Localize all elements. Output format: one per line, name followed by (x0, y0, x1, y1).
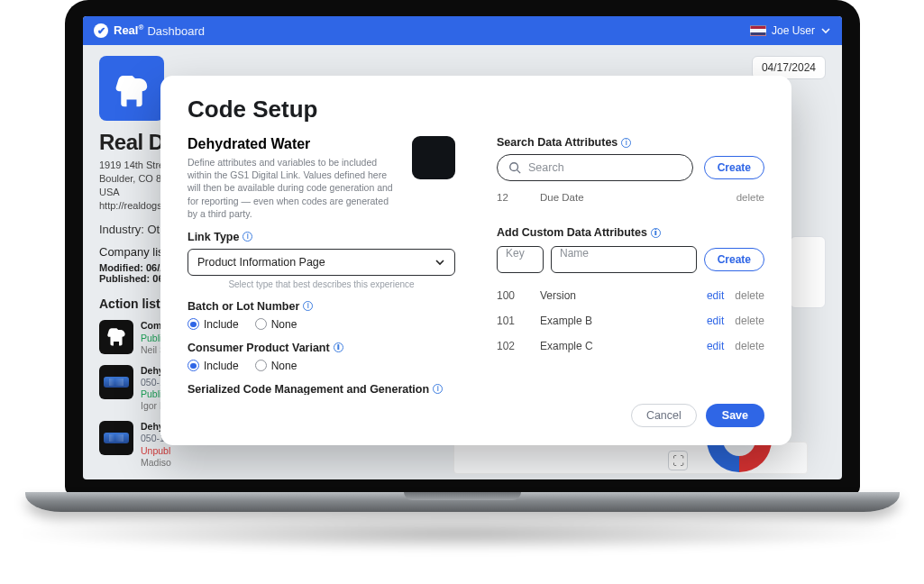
info-icon[interactable] (242, 232, 252, 242)
delete-link[interactable]: delete (736, 192, 764, 203)
product-desc: Define attributes and variables to be in… (188, 156, 399, 220)
custom-attr-label: Add Custom Data Attributes (497, 226, 764, 239)
search-create-button[interactable]: Create (704, 156, 764, 179)
custom-attr-row: 101Example Beditdelete (497, 307, 764, 333)
info-icon[interactable] (334, 342, 343, 352)
tube-thumb (99, 365, 133, 399)
info-icon[interactable] (651, 228, 661, 238)
search-input[interactable]: Search (497, 154, 693, 181)
dog-thumb (99, 320, 133, 354)
info-icon[interactable] (303, 301, 313, 311)
radio-icon (255, 318, 267, 330)
batch-radio-group: IncludeNone (188, 318, 455, 331)
map-fullscreen-icon[interactable]: ⛶ (668, 451, 688, 470)
edit-link[interactable]: edit (707, 289, 724, 302)
svg-point-0 (510, 163, 518, 171)
modal-title: Code Setup (188, 96, 764, 123)
radio-icon (188, 318, 199, 330)
dog-icon (109, 66, 154, 111)
product-thumb (412, 136, 455, 179)
search-attr-label: Search Data Attributes (497, 136, 764, 149)
batch-label: Batch or Lot Number (188, 300, 455, 313)
link-type-select[interactable]: Product Information Page (188, 249, 455, 276)
custom-key-input[interactable]: Key (497, 246, 544, 273)
radio-option[interactable]: Include (188, 318, 239, 331)
laptop-frame: ✔ Real® Dashboard Joe User Real Do (43, 0, 882, 505)
custom-create-button[interactable]: Create (704, 248, 764, 271)
modal-left-column: Dehydrated Water Define attributes and v… (188, 136, 455, 395)
modal-footer: Cancel Save (188, 404, 764, 427)
search-icon (508, 161, 521, 174)
custom-attr-row: 100Versioneditdelete (497, 282, 764, 307)
topbar: ✔ Real® Dashboard Joe User (83, 16, 842, 45)
user-name: Joe User (772, 24, 815, 37)
variant-label: Consumer Product Variant (188, 342, 455, 354)
radio-option[interactable]: Include (188, 360, 239, 372)
info-icon[interactable] (433, 384, 443, 394)
link-type-label: Link Type (188, 231, 455, 243)
laptop-bezel: ✔ Real® Dashboard Joe User Real Do (65, 0, 860, 496)
tube-thumb (99, 421, 133, 455)
brand-sub: Dashboard (147, 24, 205, 38)
radio-option[interactable]: None (255, 318, 297, 331)
app-display: ✔ Real® Dashboard Joe User Real Do (83, 16, 842, 479)
brand-check-icon: ✔ (94, 23, 108, 38)
delete-link[interactable]: delete (735, 289, 764, 302)
custom-name-input[interactable]: Name (551, 246, 697, 273)
radio-option[interactable]: None (255, 360, 297, 372)
flag-icon (750, 25, 766, 36)
laptop-shadow (9, 516, 910, 552)
serial-label: Serialized Code Management and Generatio… (188, 383, 455, 395)
company-logo (99, 56, 164, 121)
custom-attr-row: 102Example Ceditdelete (497, 333, 764, 358)
modal-right-column: Search Data Attributes Search Create 12 … (497, 136, 764, 395)
radio-icon (255, 360, 267, 371)
laptop-base (25, 492, 900, 512)
search-result-row: 12 Due Date delete (497, 192, 764, 203)
save-button[interactable]: Save (706, 404, 764, 427)
brand-name: Real® (114, 23, 143, 37)
chevron-down-icon (820, 25, 831, 36)
info-icon[interactable] (621, 138, 631, 148)
product-name: Dehydrated Water (188, 136, 399, 152)
cancel-button[interactable]: Cancel (631, 404, 697, 427)
edit-link[interactable]: edit (707, 315, 724, 327)
link-type-hint: Select type that best describes this exp… (188, 279, 455, 289)
user-menu[interactable]: Joe User (750, 24, 831, 37)
code-setup-modal: Code Setup Dehydrated Water Define attri… (160, 76, 791, 445)
delete-link[interactable]: delete (735, 315, 764, 327)
delete-link[interactable]: delete (735, 340, 764, 352)
variant-radio-group: IncludeNone (188, 360, 455, 372)
panel-edge (790, 236, 826, 308)
radio-icon (188, 360, 199, 371)
edit-link[interactable]: edit (707, 340, 724, 352)
chevron-down-icon (435, 257, 445, 268)
